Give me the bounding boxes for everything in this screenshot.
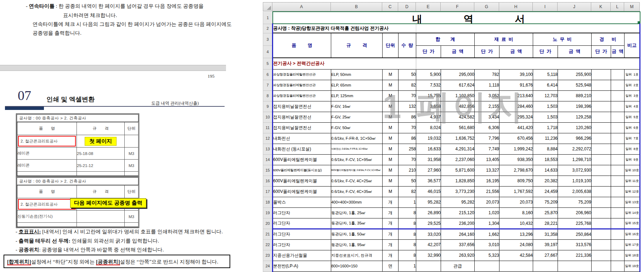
cell-M8[interactable]: 일위 3호 [625, 90, 640, 101]
cell-G10[interactable]: 3,434 [475, 112, 499, 122]
cell-K16[interactable] [592, 176, 611, 186]
cell-M15[interactable]: 일위 10호 [625, 165, 640, 176]
cell-K12[interactable] [592, 133, 611, 144]
cell-G14[interactable]: 13,405 [475, 154, 499, 165]
cell-L16[interactable] [611, 176, 625, 186]
cell-J7[interactable]: 525,948 [558, 80, 592, 90]
cell-D12[interactable]: 86 [399, 133, 416, 144]
cell-H6[interactable]: 39,100 [499, 69, 533, 80]
cell-I11[interactable]: 1,718 [533, 122, 558, 133]
cell-C17[interactable]: M [383, 186, 399, 197]
cell-K17[interactable] [592, 186, 611, 197]
cell-J16[interactable]: 1,019,100 [558, 176, 592, 186]
cell-G6[interactable]: 782 [475, 69, 499, 80]
cell-I19[interactable]: 25,870 [533, 207, 558, 218]
cell-F9[interactable]: 482,856 [441, 101, 475, 112]
cell-H10[interactable]: 295,324 [499, 112, 533, 122]
cell-row2-rest[interactable] [416, 24, 640, 33]
cell-A18[interactable]: 풀박스 [273, 197, 331, 207]
cell-D19[interactable]: 8 [399, 207, 416, 218]
cell-H13[interactable]: 1,999,242 [499, 144, 533, 154]
cell-J9[interactable]: 198,396 [558, 101, 592, 112]
row-header-18[interactable]: 18 [263, 197, 273, 207]
cell-H12[interactable]: 670,456 [499, 133, 533, 144]
cell-G24[interactable] [475, 261, 499, 271]
cell-F12[interactable]: 1,636,752 [441, 133, 475, 144]
cell-L14[interactable] [611, 154, 625, 165]
row-header-12[interactable]: 12 [263, 133, 273, 144]
column-header-E[interactable]: E [416, 2, 441, 11]
cell-H22[interactable]: 24,080 [499, 239, 533, 250]
cell-G17[interactable]: 21,556 [475, 186, 499, 197]
cell-A11[interactable]: 접지용비닐절연전선 [273, 122, 331, 133]
cell-L23[interactable] [611, 250, 625, 261]
cell-L8[interactable] [611, 90, 625, 101]
column-header-M[interactable]: M [624, 2, 640, 11]
cell-E18[interactable]: 95,282 [416, 197, 441, 207]
cell-C13[interactable]: M [383, 144, 399, 154]
cell-G9[interactable]: 2,155 [475, 101, 499, 112]
cell-L17[interactable] [611, 186, 625, 197]
column-header-I[interactable]: I [533, 2, 558, 11]
header-amount[interactable]: 금 액 [611, 45, 625, 58]
cell-B9[interactable]: F-GV, 16㎟ [331, 101, 383, 112]
cell-D24[interactable]: 1 [399, 261, 416, 271]
cell-J24[interactable] [558, 261, 592, 271]
cell-A24[interactable]: 분전반(LP-A) [273, 261, 331, 271]
cell-I7[interactable]: 6,414 [533, 80, 558, 90]
cell-M19[interactable]: 일위 14호 [625, 207, 640, 218]
cell-K11[interactable] [592, 122, 611, 133]
cell-D10[interactable]: 86 [399, 112, 416, 122]
row-header-4[interactable]: 4 [263, 45, 273, 58]
cell-L20[interactable] [611, 218, 625, 229]
cell-H14[interactable]: 938,350 [499, 154, 533, 165]
cell-C7[interactable]: M [383, 80, 399, 90]
cell-C19[interactable]: 개 [383, 207, 399, 218]
cell-F10[interactable]: 424,582 [441, 112, 475, 122]
cell-F6[interactable]: 295,000 [441, 69, 475, 80]
cell-I10[interactable]: 1,503 [533, 112, 558, 122]
cell-F17[interactable]: 3,773,230 [441, 186, 475, 197]
cell-C21[interactable]: 개 [383, 229, 399, 239]
sheet-title-cell[interactable]: 내 역 서 [273, 12, 640, 24]
cell-J11[interactable]: 120,260 [558, 122, 592, 133]
cell-E20[interactable]: 29,525 [416, 218, 441, 229]
cell-J18[interactable]: 75,209 [558, 197, 592, 207]
cell-D16[interactable]: 50 [399, 176, 416, 186]
selection-fill-handle[interactable] [637, 21, 640, 24]
header-amount[interactable]: 금 액 [499, 45, 533, 58]
cell-I20[interactable]: 28,221 [533, 218, 558, 229]
cell-E24[interactable] [416, 261, 441, 271]
cell-M6[interactable]: 일위 1호 [625, 69, 640, 80]
cell-A23[interactable]: 지중선용가선철물 [273, 250, 331, 261]
cell-K10[interactable] [592, 112, 611, 122]
cell-H8[interactable]: 213,640 [499, 90, 533, 101]
row-header-21[interactable]: 21 [263, 229, 273, 239]
cell-C14[interactable]: M [383, 154, 399, 165]
cell-A16[interactable]: 600V폴리에틸렌케이블 [273, 176, 331, 186]
cell-J15[interactable]: 3,072,930 [558, 165, 592, 176]
cell-B19[interactable]: 동관단자, 1홀, 25㎟ [331, 207, 383, 218]
cell-M24[interactable]: 일위 19호 [625, 261, 640, 271]
cell-B18[interactable]: 400×400×300mm [331, 197, 383, 207]
cell-I21[interactable]: 31,358 [533, 229, 558, 239]
cell-E10[interactable]: 4,937 [416, 112, 441, 122]
cell-D8[interactable]: 70 [399, 90, 416, 101]
row-header-6[interactable]: 6 [263, 69, 273, 80]
cell-I6[interactable]: 5,118 [533, 69, 558, 80]
cell-F13[interactable]: 4,291,314 [441, 144, 475, 154]
cell-F18[interactable]: 95,282 [441, 197, 475, 207]
cell-D14[interactable]: 70 [399, 154, 416, 165]
cell-H24[interactable] [499, 261, 533, 271]
cell-F14[interactable]: 2,237,060 [441, 154, 475, 165]
cell-D23[interactable]: 8 [399, 250, 416, 261]
cell-I15[interactable]: 14,633 [533, 165, 558, 176]
cell-row5-rest[interactable] [416, 58, 640, 69]
cell-E15[interactable]: 27,960 [416, 165, 441, 176]
cell-A7[interactable]: 파상형경질폴리에틸렌전선관 [273, 80, 331, 90]
cell-F11[interactable]: 561,680 [441, 122, 475, 133]
cell-C10[interactable]: M [383, 112, 399, 122]
row-header-9[interactable]: 9 [263, 101, 273, 112]
cell-C6[interactable]: M [383, 69, 399, 80]
cell-J8[interactable]: 889,210 [558, 90, 592, 101]
